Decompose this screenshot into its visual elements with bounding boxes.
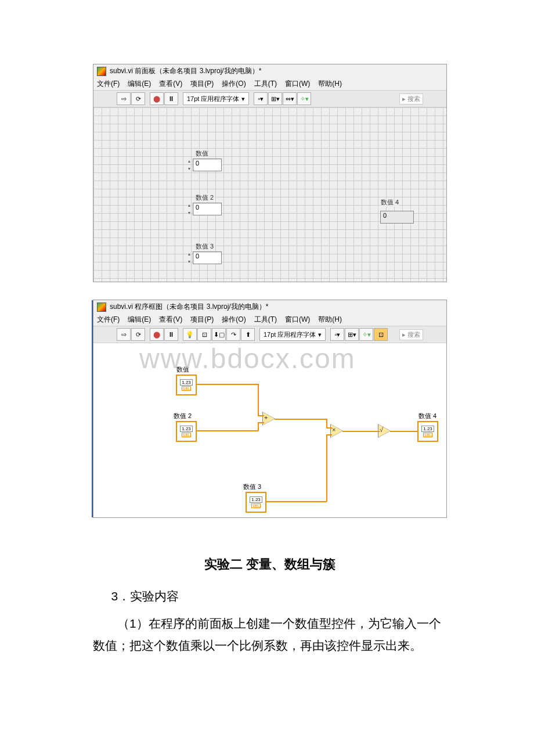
menu-bar: 文件(F) 编辑(E) 查看(V) 项目(P) 操作(O) 工具(T) 窗口(W… (93, 78, 446, 90)
wire (390, 431, 418, 432)
window-left-accent (92, 300, 93, 517)
menu-edit[interactable]: 编辑(E) (128, 79, 151, 89)
abort-button[interactable]: ⬤ (150, 92, 164, 105)
node-label-4: 数值 4 (418, 412, 436, 420)
terminal-indicator-4[interactable]: 1.23 DBL (417, 421, 438, 442)
window-title: subvi.vi 前面板（未命名项目 3.lvproj/我的电脑）* (110, 66, 261, 76)
pause-button[interactable]: II (164, 92, 178, 105)
run-button[interactable]: ⇨ (117, 92, 131, 105)
multiply-node[interactable] (331, 424, 342, 437)
spinner-icon[interactable]: ▲▼ (186, 203, 192, 215)
spinner-icon[interactable]: ▲▼ (186, 252, 192, 264)
menu-edit[interactable]: 编辑(E) (128, 315, 151, 325)
align-button[interactable]: ▫▾ (330, 328, 344, 341)
run-button[interactable]: ⇨ (117, 328, 131, 341)
block-diagram-canvas[interactable]: 数值 数值 2 数值 3 数值 4 1.23 DBL 1.23 DBL 1.23… (93, 343, 446, 517)
window-title-bar: subvi.vi 程序框图（未命名项目 3.lvproj/我的电脑）* (93, 300, 446, 314)
labview-icon (97, 67, 106, 76)
menu-project[interactable]: 项目(P) (190, 79, 214, 89)
terminal-control-2[interactable]: 1.23 DBL (176, 421, 197, 442)
toolbar: ⇨ ⟳ ⬤ II 💡 ⊡ ⬇▢ ↷ ⬆ 17pt 应用程序字体▾ ▫▾ (93, 326, 446, 343)
wire (265, 501, 327, 502)
menu-window[interactable]: 窗口(W) (285, 79, 310, 89)
wire (326, 419, 327, 428)
wire (196, 384, 258, 385)
step-over-button[interactable]: ↷ (226, 328, 240, 341)
reorder-button[interactable]: ✧▾ (297, 92, 311, 105)
labview-icon (97, 303, 106, 312)
font-selector[interactable]: 17pt 应用程序字体▾ (259, 328, 326, 341)
menu-file[interactable]: 文件(F) (97, 79, 120, 89)
retain-wire-button[interactable]: ⊡ (197, 328, 211, 341)
window-title-bar: subvi.vi 前面板（未命名项目 3.lvproj/我的电脑）* (93, 64, 446, 78)
add-node[interactable] (263, 412, 275, 425)
numeric-value-3[interactable]: 0 (193, 251, 222, 264)
run-continuously-button[interactable]: ⟳ (131, 92, 145, 105)
front-panel-window: subvi.vi 前面板（未命名项目 3.lvproj/我的电脑）* 文件(F)… (93, 64, 447, 282)
toolbar: ⇨ ⟳ ⬤ II 17pt 应用程序字体▾ ▫▾ ⊞▾ ⇔▾ ✧▾ ▸ 搜索 (93, 90, 446, 107)
menu-window[interactable]: 窗口(W) (285, 315, 310, 325)
numeric-control-1[interactable]: ▲▼ 0 (186, 159, 222, 171)
control-label-2: 数值 2 (195, 193, 214, 202)
node-label-3: 数值 3 (243, 483, 261, 491)
abort-button[interactable]: ⬤ (150, 328, 164, 341)
menu-bar: 文件(F) 编辑(E) 查看(V) 项目(P) 操作(O) 工具(T) 窗口(W… (93, 314, 446, 326)
wire (342, 431, 380, 432)
menu-view[interactable]: 查看(V) (159, 79, 182, 89)
menu-operate[interactable]: 操作(O) (222, 315, 246, 325)
search-box[interactable]: ▸ 搜索 (399, 329, 423, 340)
menu-help[interactable]: 帮助(H) (318, 79, 342, 89)
highlight-exec-button[interactable]: 💡 (183, 328, 197, 341)
control-label-1: 数值 (195, 149, 209, 158)
node-label-2: 数值 2 (174, 412, 192, 420)
search-placeholder: 搜索 (407, 330, 420, 339)
menu-view[interactable]: 查看(V) (159, 315, 182, 325)
search-box[interactable]: ▸ 搜索 (399, 93, 423, 105)
wire (275, 419, 327, 420)
step-out-button[interactable]: ⬆ (241, 328, 255, 341)
run-continuously-button[interactable]: ⟳ (131, 328, 145, 341)
terminal-control-3[interactable]: 1.23 DBL (246, 492, 266, 513)
paragraph-1: 3．实验内容 (93, 585, 447, 607)
distribute-button[interactable]: ⊞▾ (268, 92, 282, 105)
step-into-button[interactable]: ⬇▢ (212, 328, 226, 341)
numeric-value-2[interactable]: 0 (193, 203, 222, 215)
block-diagram-window: subvi.vi 程序框图（未命名项目 3.lvproj/我的电脑）* 文件(F… (93, 300, 447, 518)
numeric-control-2[interactable]: ▲▼ 0 (186, 203, 222, 215)
numeric-value-1[interactable]: 0 (193, 159, 222, 171)
paragraph-2: （1）在程序的前面板上创建一个数值型控件，为它输入一个数值；把这个数值乘以一个比… (93, 613, 447, 657)
wire (326, 427, 332, 429)
cleanup-button[interactable]: ✧▾ (359, 328, 373, 341)
document-body: 实验二 变量、数组与簇 3．实验内容 （1）在程序的前面板上创建一个数值型控件，… (93, 553, 447, 657)
menu-operate[interactable]: 操作(O) (222, 79, 246, 89)
node-label-1: 数值 (176, 365, 189, 374)
menu-file[interactable]: 文件(F) (97, 315, 120, 325)
font-selector[interactable]: 17pt 应用程序字体▾ (183, 92, 249, 105)
indicator-value: 0 (380, 211, 414, 224)
menu-project[interactable]: 项目(P) (190, 315, 214, 325)
numeric-indicator: 0 (380, 211, 414, 224)
pause-button[interactable]: II (164, 328, 178, 341)
wire (196, 430, 258, 431)
front-panel-canvas[interactable]: 数值 ▲▼ 0 数值 2 ▲▼ 0 数值 3 ▲▼ 0 数值 4 0 (93, 107, 446, 282)
search-expand-icon: ▸ (402, 331, 406, 339)
indicator-label: 数值 4 (380, 198, 399, 207)
distribute-button[interactable]: ⊞▾ (345, 328, 359, 341)
wire (258, 422, 259, 431)
resize-button[interactable]: ⇔▾ (283, 92, 297, 105)
wire (258, 415, 264, 416)
spinner-icon[interactable]: ▲▼ (186, 159, 192, 171)
wire (258, 384, 259, 416)
menu-tools[interactable]: 工具(T) (254, 315, 277, 325)
section-heading: 实验二 变量、数组与簇 (93, 553, 447, 576)
menu-tools[interactable]: 工具(T) (254, 79, 277, 89)
numeric-control-3[interactable]: ▲▼ 0 (186, 251, 222, 264)
terminal-control-1[interactable]: 1.23 DBL (176, 375, 197, 395)
menu-help[interactable]: 帮助(H) (318, 315, 342, 325)
align-button[interactable]: ▫▾ (254, 92, 268, 105)
wire (326, 434, 332, 435)
sqrt-node[interactable] (378, 424, 390, 437)
control-label-3: 数值 3 (195, 242, 214, 251)
reorder-button[interactable]: ⊡ (374, 328, 388, 341)
window-title: subvi.vi 程序框图（未命名项目 3.lvproj/我的电脑）* (110, 302, 268, 312)
